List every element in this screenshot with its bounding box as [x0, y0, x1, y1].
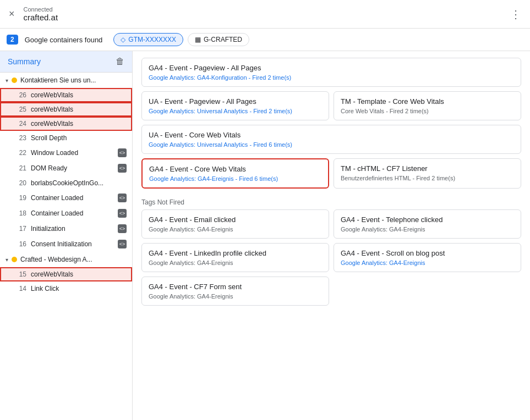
tag-card-ga4-telephone[interactable]: GA4 - Event - Telephone clicked Google A… — [334, 209, 521, 239]
sidebar: Summary 🗑 ▾ Kontaktieren Sie uns un... 2… — [0, 51, 133, 420]
tag-card-ga4-cf7[interactable]: GA4 - Event - CF7 Form sent Google Analy… — [141, 277, 329, 306]
tag-sub: Google Analytics: GA4-Ereignis — [149, 259, 322, 266]
g-crafted-icon: ▦ — [195, 36, 201, 43]
item-num: 14 — [15, 285, 26, 292]
tag-card-ga4-email[interactable]: GA4 - Event - Email clicked Google Analy… — [141, 209, 329, 239]
top-bar: × Connected crafted.at ⋮ — [0, 0, 530, 29]
item-label: coreWebVitals — [31, 106, 127, 113]
tab-bar: 2 Google containers found ◇ GTM-XXXXXXX … — [0, 29, 530, 51]
item-label: Consent Initialization — [31, 240, 116, 248]
chevron-icon: ▾ — [6, 257, 8, 263]
sidebar-item-26[interactable]: 26 coreWebVitals — [0, 88, 132, 102]
tag-card-ga4-core[interactable]: GA4 - Event - Core Web Vitals Google Ana… — [141, 158, 329, 189]
tag-name: GA4 - Event - Pageview - All Pages — [149, 64, 514, 72]
item-num: 19 — [15, 194, 26, 202]
item-label: Window Loaded — [31, 149, 116, 157]
tag-name: GA4 - Event - Scroll on blog post — [341, 249, 514, 257]
fired-tags-section: GA4 - Event - Pageview - All Pages Googl… — [141, 58, 521, 189]
tag-name: GA4 - Event - LinkedIn profile clicked — [149, 249, 322, 257]
containers-badge: 2 — [7, 35, 18, 45]
code-badge: <> — [118, 148, 127, 157]
item-label: Link Click — [31, 285, 127, 292]
tab-gtm[interactable]: ◇ GTM-XXXXXXX — [113, 33, 183, 46]
tag-name: UA - Event - Core Web Vitals — [149, 131, 514, 139]
item-label: coreWebVitals — [31, 91, 127, 99]
code-badge: <> — [118, 224, 127, 233]
sidebar-group-2: ▾ Crafted - Webdesign A... 15 coreWebVit… — [0, 252, 132, 296]
not-fired-grid-row3: GA4 - Event - CF7 Form sent Google Analy… — [141, 277, 521, 306]
sidebar-title: Summary — [8, 57, 41, 66]
tab-g-crafted[interactable]: ▦ G-CRAFTED — [188, 33, 249, 46]
sidebar-group-header-2[interactable]: ▾ Crafted - Webdesign A... — [0, 252, 132, 267]
tab-g-crafted-label: G-CRAFTED — [204, 36, 242, 43]
main-layout: Summary 🗑 ▾ Kontaktieren Sie uns un... 2… — [0, 51, 530, 420]
trash-icon[interactable]: 🗑 — [116, 57, 124, 67]
tags-grid-row4: GA4 - Event - Core Web Vitals Google Ana… — [141, 158, 521, 189]
sidebar-item-22[interactable]: 22 Window Loaded <> — [0, 145, 132, 161]
code-badge: <> — [118, 164, 127, 173]
sidebar-item-21[interactable]: 21 DOM Ready <> — [0, 161, 132, 176]
item-num: 15 — [15, 270, 26, 278]
not-fired-label: Tags Not Fired — [141, 194, 521, 209]
item-num: 22 — [15, 149, 26, 157]
close-button[interactable]: × — [7, 6, 17, 22]
sidebar-group-header-1[interactable]: ▾ Kontaktieren Sie uns un... — [0, 73, 132, 88]
sidebar-item-14[interactable]: 14 Link Click — [0, 281, 132, 296]
sidebar-item-19[interactable]: 19 Container Loaded <> — [0, 190, 132, 206]
tags-grid-row2: UA - Event - Pageview - All Pages Google… — [141, 91, 521, 120]
status-dot — [12, 257, 17, 262]
item-label: Container Loaded — [31, 209, 116, 217]
main-content: GA4 - Event - Pageview - All Pages Googl… — [133, 51, 530, 420]
chevron-icon: ▾ — [6, 78, 8, 84]
full-width-grid-2: UA - Event - Core Web Vitals Google Anal… — [141, 125, 521, 154]
item-num: 23 — [15, 134, 26, 142]
item-num: 25 — [15, 106, 26, 113]
sidebar-item-18[interactable]: 18 Container Loaded <> — [0, 206, 132, 221]
item-label: coreWebVitals — [31, 270, 127, 278]
tag-sub: Google Analytics: GA4-Ereignis — [149, 226, 322, 233]
item-label: DOM Ready — [31, 164, 116, 172]
tag-card-ua-core[interactable]: UA - Event - Core Web Vitals Google Anal… — [141, 125, 521, 154]
tag-sub: Google Analytics: GA4-Ereignis — [341, 226, 514, 233]
tag-name: GA4 - Event - CF7 Form sent — [149, 283, 322, 291]
code-badge: <> — [118, 194, 127, 202]
tag-sub: Benutzerdefiniertes HTML - Fired 2 time(… — [341, 175, 514, 181]
item-num: 20 — [15, 179, 26, 187]
sidebar-item-23[interactable]: 23 Scroll Depth — [0, 131, 132, 145]
item-label: borlabsCookieOptInGo... — [31, 179, 127, 187]
tag-sub: Core Web Vitals - Fired 2 time(s) — [341, 108, 514, 114]
not-fired-grid-row2: GA4 - Event - LinkedIn profile clicked G… — [141, 243, 521, 272]
sidebar-item-24[interactable]: 24 coreWebVitals — [0, 117, 132, 131]
item-label: coreWebVitals — [31, 120, 127, 128]
sidebar-item-25[interactable]: 25 coreWebVitals — [0, 102, 132, 117]
tag-sub: Google Analytics: Universal Analytics - … — [149, 108, 322, 114]
sidebar-item-17[interactable]: 17 Initialization <> — [0, 221, 132, 236]
item-label: Container Loaded — [31, 194, 116, 202]
sidebar-item-16[interactable]: 16 Consent Initialization <> — [0, 236, 132, 252]
tag-name: UA - Event - Pageview - All Pages — [149, 97, 322, 106]
tag-card-tm-cf7[interactable]: TM - cHTML - CF7 Listener Benutzerdefini… — [334, 158, 521, 189]
sidebar-item-20[interactable]: 20 borlabsCookieOptInGo... — [0, 176, 132, 190]
tag-card-ua-pageview[interactable]: UA - Event - Pageview - All Pages Google… — [141, 91, 329, 120]
item-label: Scroll Depth — [31, 134, 127, 142]
group-label-1: Kontaktieren Sie uns un... — [20, 76, 96, 84]
sidebar-header: Summary 🗑 — [0, 51, 132, 73]
tag-card-tm-core[interactable]: TM - Template - Core Web Vitals Core Web… — [334, 91, 521, 120]
gtm-icon: ◇ — [121, 36, 125, 43]
sidebar-item-15[interactable]: 15 coreWebVitals — [0, 267, 132, 281]
content-inner: GA4 - Event - Pageview - All Pages Googl… — [133, 51, 530, 317]
tag-sub: Google Analytics: GA4-Konfiguration - Fi… — [149, 74, 514, 81]
not-fired-grid-row1: GA4 - Event - Email clicked Google Analy… — [141, 209, 521, 239]
full-width-grid: GA4 - Event - Pageview - All Pages Googl… — [141, 58, 521, 87]
code-badge: <> — [118, 240, 127, 248]
item-num: 17 — [15, 225, 26, 233]
tag-card-ga4-linkedin[interactable]: GA4 - Event - LinkedIn profile clicked G… — [141, 243, 329, 272]
tag-sub: Google Analytics: GA4-Ereignis — [149, 293, 322, 300]
tag-sub: Google Analytics: GA4-Ereignis - Fired 6… — [149, 175, 321, 182]
tag-card-ga4-scroll[interactable]: GA4 - Event - Scroll on blog post Google… — [334, 243, 521, 272]
tag-name: TM - Template - Core Web Vitals — [341, 97, 514, 106]
tag-card-ga4-pageview[interactable]: GA4 - Event - Pageview - All Pages Googl… — [141, 58, 521, 87]
more-button[interactable]: ⋮ — [508, 5, 523, 23]
tag-name: GA4 - Event - Email clicked — [149, 215, 322, 224]
item-label: Initialization — [31, 225, 116, 233]
